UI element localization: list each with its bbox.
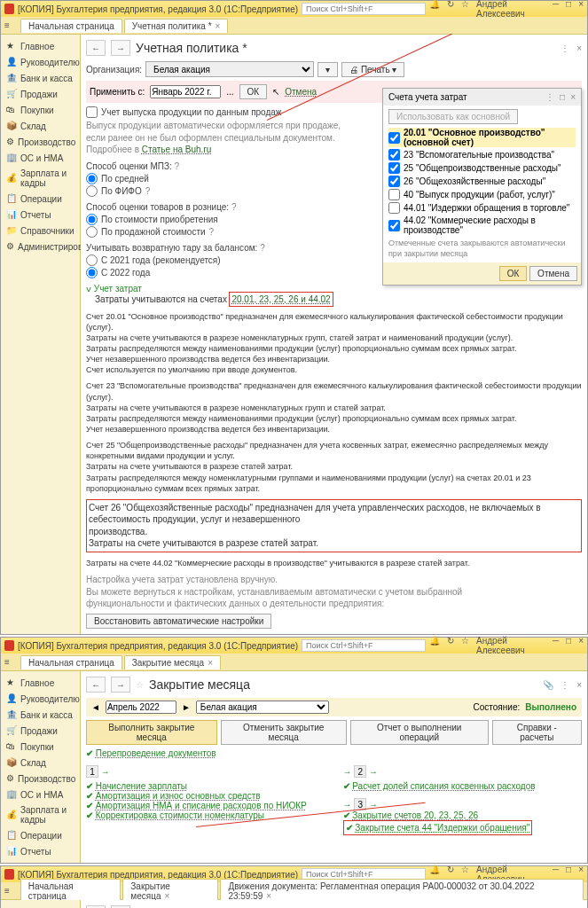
maximize-icon[interactable]: □: [566, 636, 571, 655]
bell-icon[interactable]: 🔔: [429, 636, 440, 655]
acct-checkbox[interactable]: [388, 189, 400, 200]
sidebar-item[interactable]: ★Главное: [1, 675, 80, 691]
report-button[interactable]: Отчет о выполнении операций: [350, 720, 489, 745]
star-icon[interactable]: ☆: [461, 0, 469, 19]
sidebar-item[interactable]: 🏦Банк и касса: [1, 70, 80, 86]
tab-home[interactable]: Начальная страница: [20, 655, 122, 669]
forward-button[interactable]: →: [111, 677, 130, 693]
sidebar-item[interactable]: ⚙Администрирование: [1, 239, 80, 254]
org-select[interactable]: Белая акация: [145, 61, 314, 77]
more-icon[interactable]: ⋮: [561, 43, 569, 53]
period-input[interactable]: [106, 701, 176, 714]
popup-cancel-button[interactable]: Отмена: [529, 266, 577, 281]
sidebar-item[interactable]: ★Главное: [1, 38, 80, 54]
close-icon[interactable]: ×: [578, 0, 584, 19]
bell-icon[interactable]: 🔔: [429, 0, 440, 19]
sidebar-item[interactable]: 🏢ОС и НМА: [1, 787, 80, 802]
acct-checkbox[interactable]: [388, 132, 400, 144]
sidebar-item[interactable]: 📁Справочники: [1, 223, 80, 239]
minimize-icon[interactable]: ─: [553, 0, 559, 19]
mpz-fifo-radio[interactable]: [86, 185, 98, 197]
user-name[interactable]: Андрей Алексеевич: [476, 636, 545, 655]
acct-checkbox[interactable]: [388, 176, 400, 187]
tab-movements[interactable]: Движения документа: Регламентная операци…: [220, 879, 584, 903]
maximize-icon[interactable]: □: [566, 0, 571, 19]
tab-closing[interactable]: Закрытие месяца×: [122, 879, 218, 903]
sidebar-item[interactable]: 🛍Покупки: [1, 739, 80, 755]
close-page-icon[interactable]: ×: [576, 43, 582, 53]
menu-icon[interactable]: ≡: [4, 20, 19, 30]
menu-icon[interactable]: ≡: [4, 657, 19, 667]
popup-close-icon[interactable]: ×: [570, 92, 576, 102]
run-button[interactable]: Выполнить закрытие месяца: [86, 720, 217, 745]
popup-more-icon[interactable]: ⋮: [545, 92, 554, 102]
date-picker-icon[interactable]: ...: [226, 87, 233, 97]
reexec-link[interactable]: Перепроведение документов: [96, 748, 216, 758]
sidebar-item[interactable]: 📊Отчеты: [1, 843, 80, 859]
acct-checkbox[interactable]: [388, 149, 400, 160]
tab-home[interactable]: Начальная страница: [20, 19, 122, 33]
history-icon[interactable]: ↻: [447, 0, 454, 19]
sidebar-item[interactable]: 📊Отчеты: [1, 207, 80, 223]
apply-date-input[interactable]: [150, 85, 221, 98]
sidebar-item[interactable]: 🏦Банк и касса: [1, 707, 80, 723]
org-select[interactable]: Белая акация: [196, 701, 329, 714]
tab-close-icon[interactable]: ×: [216, 21, 221, 31]
sidebar-item[interactable]: ★Главное: [1, 904, 80, 908]
article-link[interactable]: Статье на Buh.ru: [142, 145, 212, 154]
forward-button[interactable]: →: [111, 40, 130, 56]
op-link[interactable]: Закрытие счета 44 "Издержки обращения": [355, 823, 529, 833]
sidebar-item[interactable]: 👤Руководителю: [1, 691, 80, 707]
tab-home[interactable]: Начальная страница: [20, 879, 122, 903]
retail-price-radio[interactable]: [86, 226, 98, 238]
minimize-icon[interactable]: ─: [553, 636, 559, 655]
mpz-avg-radio[interactable]: [86, 173, 98, 184]
op-link[interactable]: Корректировка стоимости номенклатуры: [96, 810, 264, 820]
acct-checkbox[interactable]: [388, 202, 400, 214]
sidebar-item[interactable]: 💰Зарплата и кадры: [1, 166, 80, 191]
back-button[interactable]: ←: [86, 40, 106, 56]
search-input[interactable]: [302, 3, 426, 15]
op-link[interactable]: Начисление зарплаты: [96, 781, 187, 791]
next-month-icon[interactable]: ►: [182, 702, 191, 712]
attach-icon[interactable]: 📎: [543, 680, 553, 690]
back-button[interactable]: ←: [86, 677, 106, 693]
close-page-icon[interactable]: ×: [576, 680, 582, 690]
acct-checkbox[interactable]: [388, 162, 400, 174]
help-button[interactable]: Справки - расчеты: [492, 720, 582, 745]
release-checkbox[interactable]: [86, 106, 98, 118]
tab-closing[interactable]: Закрытие месяца×: [124, 655, 221, 669]
popup-ok-button[interactable]: ОК: [499, 266, 528, 281]
sidebar-item[interactable]: 📦Склад: [1, 755, 80, 771]
user-name[interactable]: Андрей Алексеевич: [476, 0, 545, 19]
org-open-button[interactable]: ▾: [318, 62, 338, 77]
restore-button[interactable]: Восстановить автоматические настройки: [86, 614, 271, 629]
sidebar-item[interactable]: 👤Руководителю: [1, 54, 80, 70]
sidebar-item[interactable]: 🛒Продажи: [1, 86, 80, 102]
sidebar-item[interactable]: 📋Операции: [1, 827, 80, 843]
accounts-link[interactable]: 20.01, 23, 25, 26 и 44.02: [231, 294, 330, 304]
tab-policy[interactable]: Учетная политика *×: [124, 19, 229, 33]
star-icon[interactable]: ☆: [461, 636, 469, 655]
sidebar-item[interactable]: ⚙Производство: [1, 134, 80, 150]
tab-close-icon[interactable]: ×: [208, 658, 213, 668]
sidebar-item[interactable]: ⚙Производство: [1, 771, 80, 787]
op-link[interactable]: Закрытие счетов 20, 23, 25, 26: [352, 810, 478, 820]
op-link[interactable]: Расчет долей списания косвенных расходов: [352, 781, 535, 791]
sidebar-item[interactable]: 📦Склад: [1, 118, 80, 134]
history-icon[interactable]: ↻: [447, 636, 454, 655]
cancel-link[interactable]: Отмена: [285, 87, 317, 97]
tara-2021-radio[interactable]: [86, 254, 98, 266]
star-icon[interactable]: ☆: [136, 680, 144, 690]
sidebar-item[interactable]: 🛒Продажи: [1, 723, 80, 739]
sidebar-item[interactable]: 🛍Покупки: [1, 102, 80, 118]
op-link[interactable]: Амортизация и износ основных средств: [96, 791, 261, 801]
op-link[interactable]: Амортизация НМА и списание расходов по Н…: [96, 801, 307, 810]
close-icon[interactable]: ×: [578, 636, 584, 655]
retail-cost-radio[interactable]: [86, 214, 98, 225]
use-main-button[interactable]: Использовать как основной: [388, 109, 518, 124]
sidebar-item[interactable]: 🏢ОС и НМА: [1, 150, 80, 166]
prev-month-icon[interactable]: ◄: [91, 702, 100, 712]
sidebar-item[interactable]: 💰Зарплата и кадры: [1, 802, 80, 827]
acct-checkbox[interactable]: [388, 220, 400, 231]
